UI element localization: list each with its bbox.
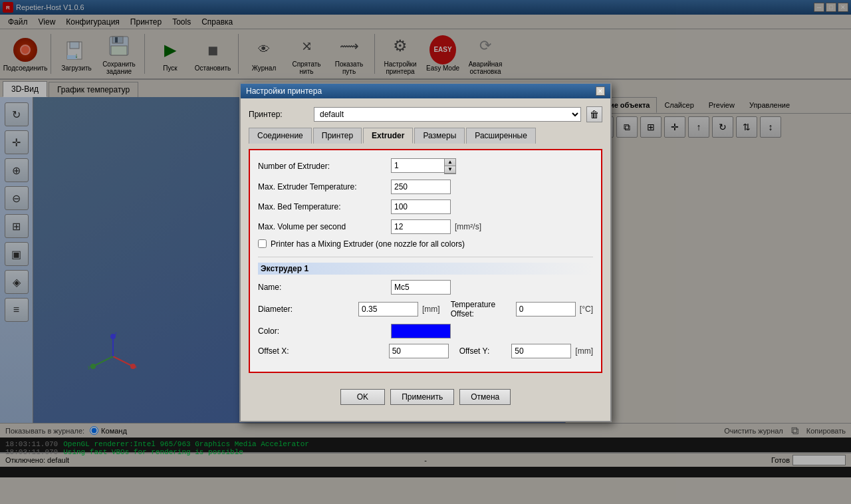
offset-x-input[interactable] [389,344,449,358]
max-vol-unit: [mm²/s] [455,222,481,231]
tab-connection[interactable]: Соединение [249,128,312,144]
max-bed-temp-label: Max. Bed Temperature: [258,202,391,211]
dialog-body: Принтер: default 🗑 Соединение Принтер Ex… [241,98,610,421]
tab-advanced[interactable]: Расширенные [466,128,536,144]
max-bed-temp-row: Max. Bed Temperature: [258,199,593,214]
num-extruder-spin: ▲ ▼ [391,158,456,174]
extruder-name-row: Name: [258,280,593,295]
dialog-close-button[interactable]: ✕ [596,86,605,96]
extruder-name-label: Name: [258,283,391,292]
max-vol-label: Max. Volume per second [258,222,391,231]
max-extruder-temp-label: Max. Extruder Temperature: [258,182,391,191]
num-extruder-input[interactable] [391,158,444,173]
cancel-button[interactable]: Отмена [459,389,511,405]
tab-sizes[interactable]: Размеры [414,128,465,144]
num-extruder-row: Number of Extruder: ▲ ▼ [258,158,593,174]
mixing-row: Printer has a Mixing Extruder (one nozzl… [258,239,593,249]
tab-extruder[interactable]: Extruder [363,128,413,144]
printer-label: Принтер: [249,110,308,119]
max-vol-input[interactable] [391,219,451,234]
color-row: Color: [258,324,593,338]
diameter-row: Diameter: [mm] Temperature Offset: [°C] [258,300,593,318]
dialog-tabs: Соединение Принтер Extruder Размеры Расш… [249,128,602,144]
printer-settings-dialog: Настройки принтера ✕ Принтер: default 🗑 … [239,82,612,422]
mixing-checkbox[interactable] [258,239,267,248]
dialog-footer: OK Применить Отмена [249,381,602,413]
temp-offset-input[interactable] [516,302,576,316]
extruder-name-input[interactable] [391,280,451,295]
tab-printer[interactable]: Принтер [313,128,362,144]
max-extruder-temp-row: Max. Extruder Temperature: [258,180,593,194]
apply-button[interactable]: Применить [390,389,454,405]
offset-unit: [mm] [575,346,593,356]
delete-printer-button[interactable]: 🗑 [586,106,602,122]
max-vol-row: Max. Volume per second [mm²/s] [258,219,593,234]
dialog-title: Настройки принтера [246,86,596,96]
num-extruder-label: Number of Extruder: [258,162,391,171]
extruder1-section: Экструдер 1 Name: Diameter: [mm] Tempera… [258,257,593,358]
temp-offset-unit: [°C] [580,305,593,314]
modal-overlay: Настройки принтера ✕ Принтер: default 🗑 … [0,0,851,504]
extruder-form: Number of Extruder: ▲ ▼ Max. Extruder Te… [249,149,602,373]
offset-x-label: Offset X: [258,346,389,356]
max-bed-temp-input[interactable] [391,199,451,214]
diameter-input[interactable] [358,302,418,316]
dialog-title-bar: Настройки принтера ✕ [241,84,610,98]
ok-button[interactable]: OK [340,389,385,405]
color-label: Color: [258,326,391,336]
mixing-label: Printer has a Mixing Extruder (one nozzl… [271,239,465,249]
diameter-label: Diameter: [258,305,358,314]
extruder1-title: Экструдер 1 [258,263,593,275]
offset-y-label: Offset Y: [459,346,512,356]
spin-down-button[interactable]: ▼ [445,166,455,174]
max-extruder-temp-input[interactable] [391,180,451,194]
printer-select[interactable]: default [314,107,581,122]
offset-row: Offset X: Offset Y: [mm] [258,344,593,358]
printer-row: Принтер: default 🗑 [249,106,602,122]
spin-buttons: ▲ ▼ [444,158,456,174]
temp-offset-label: Temperature Offset: [451,300,516,318]
spin-up-button[interactable]: ▲ [445,159,455,166]
diameter-unit: [mm] [422,305,440,314]
offset-y-input[interactable] [511,344,571,358]
color-swatch[interactable] [391,324,451,338]
